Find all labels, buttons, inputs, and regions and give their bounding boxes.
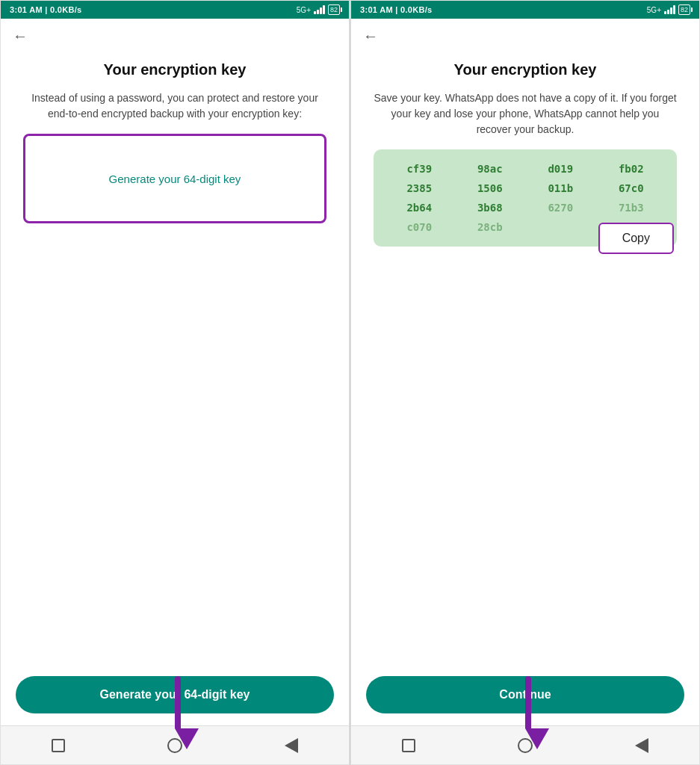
key-chunk-8: 2b64 [385, 202, 453, 214]
app-bar-right: ← [351, 19, 699, 54]
key-chunk-9: 3b68 [456, 202, 524, 214]
battery-left: 82 [328, 4, 340, 15]
status-time-right: 3:01 AM | 0.0KB/s [360, 5, 432, 14]
copy-label: Copy [622, 232, 650, 244]
key-chunk-10: 6270 [527, 202, 595, 214]
page-title-left: Your encryption key [104, 61, 247, 78]
triangle-icon-right [635, 738, 648, 753]
key-chunk-1: 98ac [456, 163, 524, 175]
description-left: Instead of using a password, you can pro… [23, 90, 326, 122]
back-button-right[interactable]: ← [363, 28, 378, 44]
right-phone-screen: 3:01 AM | 0.0KB/s 5G+ 82 ← Your encrypti… [350, 0, 700, 765]
network-right: 5G+ [647, 6, 661, 14]
key-chunk-12: c070 [385, 221, 453, 233]
key-grid-box: cf39 98ac d019 fb02 2385 1506 011b 67c0 … [374, 149, 677, 247]
key-chunk-14 [527, 221, 595, 233]
arrow-right [351, 609, 699, 676]
nav-square-left[interactable] [52, 739, 65, 752]
key-chunk-0: cf39 [385, 163, 453, 175]
key-chunk-6: 011b [527, 182, 595, 194]
triangle-icon-left [285, 738, 298, 753]
left-phone-screen: 3:01 AM | 0.0KB/s 5G+ 82 ← Your encrypti… [0, 0, 350, 765]
battery-right: 82 [678, 4, 690, 15]
square-icon-left [52, 739, 65, 752]
description-right: Save your key. WhatsApp does not have a … [374, 90, 677, 137]
status-bar-left: 3:01 AM | 0.0KB/s 5G+ 82 [1, 1, 349, 19]
copy-popup[interactable]: Copy [598, 223, 674, 254]
signal-icon-left [314, 5, 325, 14]
page-title-right: Your encryption key [454, 61, 597, 78]
nav-back-right[interactable] [635, 738, 648, 753]
key-chunk-5: 1506 [456, 182, 524, 194]
status-icons-left: 5G+ 82 [297, 4, 340, 15]
status-icons-right: 5G+ 82 [647, 4, 690, 15]
network-left: 5G+ [297, 6, 311, 14]
key-chunk-7: 67c0 [598, 182, 666, 194]
key-generate-box[interactable]: Generate your 64-digit key [23, 134, 326, 223]
content-right: Your encryption key Save your key. Whats… [351, 54, 699, 609]
key-chunk-11: 71b3 [598, 202, 666, 214]
app-bar-left: ← [1, 19, 349, 54]
content-left: Your encryption key Instead of using a p… [1, 54, 349, 609]
arrow-left [1, 609, 349, 676]
key-chunk-4: 2385 [385, 182, 453, 194]
nav-back-left[interactable] [285, 738, 298, 753]
key-chunk-13: 28cb [456, 221, 524, 233]
key-chunk-3: fb02 [598, 163, 666, 175]
signal-icon-right [664, 5, 675, 14]
square-icon-right [402, 739, 415, 752]
back-button-left[interactable]: ← [13, 28, 28, 44]
nav-square-right[interactable] [402, 739, 415, 752]
status-time-left: 3:01 AM | 0.0KB/s [10, 5, 81, 14]
key-chunk-2: d019 [527, 163, 595, 175]
key-generate-label: Generate your 64-digit key [109, 173, 241, 185]
status-bar-right: 3:01 AM | 0.0KB/s 5G+ 82 [351, 1, 699, 19]
